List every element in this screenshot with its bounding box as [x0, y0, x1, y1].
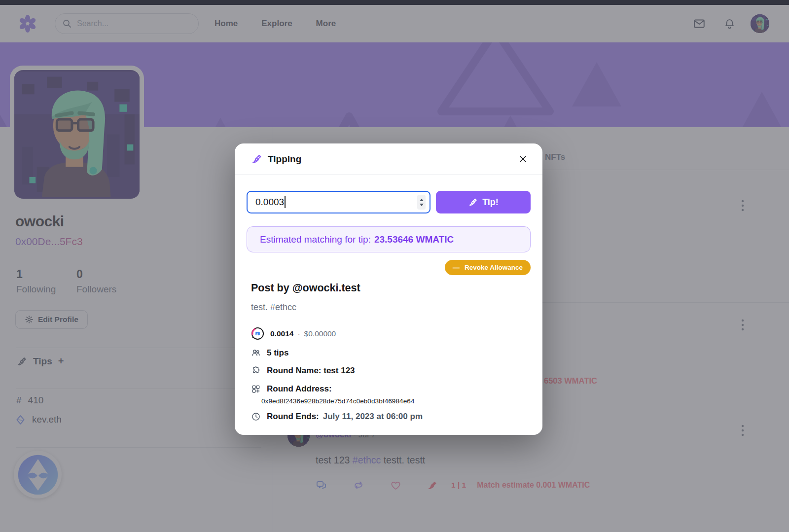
tips-count-row: 5 tips — [251, 348, 288, 358]
token-usd-value: $0.00000 — [304, 329, 336, 338]
estimated-matching-banner: Estimated matching for tip: 23.53646 WMA… — [247, 226, 531, 252]
number-stepper[interactable] — [417, 195, 426, 210]
token-amount: 0.0014 — [270, 329, 293, 338]
revoke-allowance-label: Revoke Allowance — [465, 264, 523, 271]
tip-icon — [468, 197, 478, 207]
window-top-strip — [0, 0, 789, 5]
puzzle-icon — [251, 366, 261, 376]
modal-post-excerpt: test. #ethcc — [251, 302, 296, 313]
matching-value: 23.53646 WMATIC — [374, 234, 454, 245]
tip-submit-button[interactable]: Tip! — [436, 191, 531, 213]
tips-count: 5 tips — [267, 348, 288, 358]
stepper-down-icon[interactable] — [420, 204, 424, 206]
close-button[interactable] — [516, 152, 530, 166]
people-icon — [251, 348, 261, 358]
dot-separator: · — [297, 329, 300, 338]
modal-post-title: Post by @owocki.test — [251, 282, 360, 294]
revoke-allowance-button[interactable]: — Revoke Allowance — [445, 260, 531, 275]
text-caret — [285, 196, 286, 208]
tip-amount-input[interactable]: 0.0003 — [247, 191, 430, 213]
clock-icon — [251, 412, 261, 422]
round-name: Round Name: test 123 — [267, 366, 355, 376]
round-ends-row: Round Ends: July 11, 2023 at 06:00 pm — [251, 412, 423, 422]
matching-label: Estimated matching for tip: — [260, 234, 371, 245]
token-amount-row: 0.0014 · $0.00000 — [251, 327, 336, 340]
close-icon — [518, 154, 528, 164]
stepper-up-icon[interactable] — [420, 199, 424, 201]
tip-button-label: Tip! — [482, 197, 499, 208]
round-name-row: Round Name: test 123 — [251, 366, 355, 376]
round-address-label: Round Address: — [267, 384, 332, 394]
tip-icon — [251, 153, 262, 165]
round-ends-value: July 11, 2023 at 06:00 pm — [323, 412, 423, 422]
round-address-value: 0x9ed8f2436e928b28de75d74c0eb0d3bf46984e… — [261, 397, 415, 405]
modal-title: Tipping — [268, 154, 301, 165]
round-address-row: Round Address: — [251, 384, 332, 394]
tip-amount-value: 0.0003 — [255, 197, 284, 208]
qr-code-icon — [251, 384, 261, 394]
round-ends-label: Round Ends: — [267, 412, 319, 422]
modal-header: Tipping — [235, 143, 542, 175]
minus-icon: — — [453, 264, 460, 272]
wmatic-token-icon — [251, 327, 264, 340]
tipping-modal: Tipping 0.0003 Tip! Estimated matching f… — [235, 143, 542, 435]
